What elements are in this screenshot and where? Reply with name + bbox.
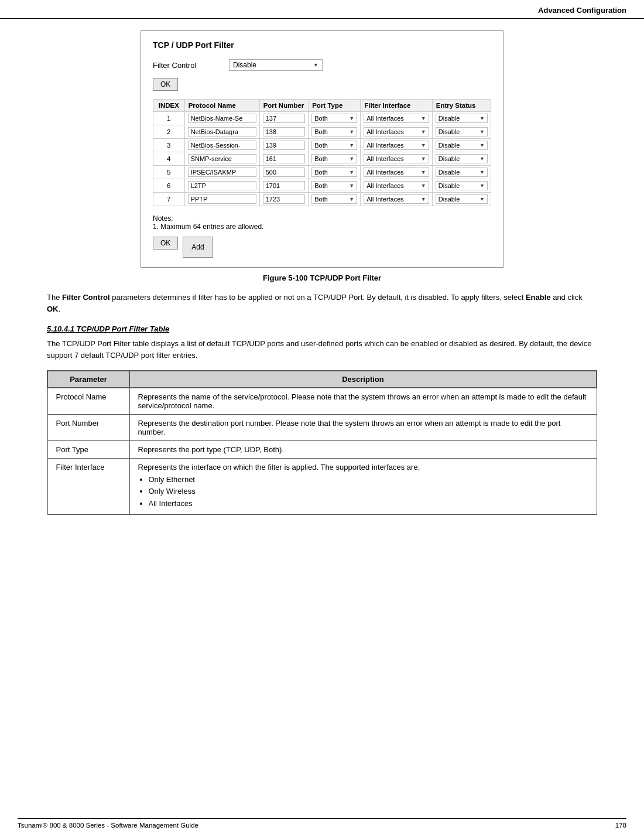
interface-select[interactable]: All Interfaces ▼ [364, 168, 429, 177]
cell-port: 500 [259, 166, 309, 179]
add-button[interactable]: Add [183, 237, 213, 258]
cell-status: Disable ▼ [432, 193, 491, 206]
cell-index: 3 [153, 139, 185, 152]
port-input[interactable]: 137 [263, 114, 306, 123]
cell-type: Both ▼ [309, 152, 361, 166]
cell-interface: All Interfaces ▼ [361, 125, 432, 139]
interface-value: All Interfaces [366, 128, 404, 135]
filter-table-row: 2 NetBios-Datagra 138 Both ▼ All Interfa… [153, 125, 491, 139]
bottom-ok-button[interactable]: OK [153, 237, 178, 250]
filter-control-dropdown-arrow: ▼ [313, 62, 318, 68]
type-select[interactable]: Both ▼ [311, 114, 357, 123]
notes-label: Notes: [153, 214, 173, 223]
page-content: TCP / UDP Port Filter Filter Control Dis… [0, 19, 644, 550]
port-input[interactable]: 139 [263, 141, 306, 150]
status-select[interactable]: Disable ▼ [436, 194, 488, 204]
protocol-input[interactable]: SNMP-service [188, 154, 256, 163]
type-value: Both [314, 196, 328, 203]
protocol-input[interactable]: NetBios-Session- [188, 141, 256, 150]
section-heading: 5.10.4.1 TCP/UDP Port Filter Table [47, 324, 597, 333]
type-select[interactable]: Both ▼ [311, 181, 357, 190]
type-select[interactable]: Both ▼ [311, 141, 357, 150]
type-dropdown-arrow: ▼ [349, 142, 354, 148]
filter-control-label: Filter Control [153, 61, 217, 70]
col-header-port: Port Number [259, 100, 309, 112]
status-select[interactable]: Disable ▼ [436, 114, 488, 123]
port-input[interactable]: 161 [263, 154, 306, 163]
col-header-status: Entry Status [432, 100, 491, 112]
filter-ok-button[interactable]: OK [153, 78, 178, 91]
interface-select[interactable]: All Interfaces ▼ [364, 127, 429, 136]
notes-text: 1. Maximum 64 entries are allowed. [153, 223, 263, 231]
interface-select[interactable]: All Interfaces ▼ [364, 154, 429, 163]
port-input[interactable]: 138 [263, 127, 306, 136]
cell-port: 161 [259, 152, 309, 166]
desc-text: Represents the destination port number. … [138, 419, 561, 436]
param-name: Filter Interface [47, 458, 129, 514]
page-footer: Tsunami® 800 & 8000 Series - Software Ma… [18, 818, 626, 829]
cell-status: Disable ▼ [432, 125, 491, 139]
status-select[interactable]: Disable ▼ [436, 154, 488, 163]
type-select[interactable]: Both ▼ [311, 168, 357, 177]
filter-control-select[interactable]: Disable ▼ [229, 59, 323, 71]
interface-select[interactable]: All Interfaces ▼ [364, 114, 429, 123]
footer-right: 178 [615, 822, 626, 829]
status-select[interactable]: Disable ▼ [436, 168, 488, 177]
enable-bold: Enable [526, 293, 551, 302]
header-title: Advanced Configuration [538, 6, 626, 15]
interface-value: All Interfaces [366, 155, 404, 162]
interface-select[interactable]: All Interfaces ▼ [364, 181, 429, 190]
cell-status: Disable ▼ [432, 152, 491, 166]
desc-col-header: Description [129, 371, 597, 388]
cell-port: 138 [259, 125, 309, 139]
filter-control-value: Disable [233, 61, 256, 69]
col-header-protocol: Protocol Name [184, 100, 259, 112]
cell-port: 1701 [259, 179, 309, 193]
iface-dropdown-arrow: ▼ [421, 156, 426, 162]
status-dropdown-arrow: ▼ [479, 115, 485, 121]
cell-interface: All Interfaces ▼ [361, 166, 432, 179]
desc-text: Represents the port type (TCP, UDP, Both… [138, 445, 285, 454]
interface-select[interactable]: All Interfaces ▼ [364, 194, 429, 204]
param-table-header: Parameter Description [47, 371, 597, 388]
filter-table-row: 1 NetBios-Name-Se 137 Both ▼ All Interfa… [153, 112, 491, 125]
type-select[interactable]: Both ▼ [311, 127, 357, 136]
port-input[interactable]: 500 [263, 168, 306, 177]
interface-value: All Interfaces [366, 115, 404, 122]
protocol-input[interactable]: NetBios-Name-Se [188, 114, 256, 123]
protocol-input[interactable]: IPSEC/ISAKMP [188, 168, 256, 177]
page-header: Advanced Configuration [0, 0, 644, 19]
status-value: Disable [439, 169, 460, 176]
cell-index: 1 [153, 112, 185, 125]
param-table-row: Protocol Name Represents the name of the… [47, 388, 597, 415]
body-rest: parameters determines if filter has to b… [110, 293, 526, 302]
status-select[interactable]: Disable ▼ [436, 127, 488, 136]
status-dropdown-arrow: ▼ [479, 196, 485, 202]
type-select[interactable]: Both ▼ [311, 154, 357, 163]
body-intro: The [47, 293, 62, 302]
type-dropdown-arrow: ▼ [349, 129, 354, 135]
cell-status: Disable ▼ [432, 139, 491, 152]
cell-type: Both ▼ [309, 179, 361, 193]
filter-control-bold: Filter Control [62, 293, 110, 302]
interface-select[interactable]: All Interfaces ▼ [364, 141, 429, 150]
status-select[interactable]: Disable ▼ [436, 181, 488, 190]
filter-table-row: 7 PPTP 1723 Both ▼ All Interfaces ▼ [153, 193, 491, 206]
type-dropdown-arrow: ▼ [349, 196, 354, 202]
cell-type: Both ▼ [309, 112, 361, 125]
interface-value: All Interfaces [366, 182, 404, 189]
cell-status: Disable ▼ [432, 166, 491, 179]
protocol-input[interactable]: PPTP [188, 194, 256, 204]
cell-type: Both ▼ [309, 139, 361, 152]
port-input[interactable]: 1701 [263, 181, 306, 190]
port-input[interactable]: 1723 [263, 194, 306, 204]
status-select[interactable]: Disable ▼ [436, 141, 488, 150]
type-select[interactable]: Both ▼ [311, 194, 357, 204]
iface-dropdown-arrow: ▼ [421, 129, 426, 135]
cell-index: 5 [153, 166, 185, 179]
type-value: Both [314, 115, 328, 122]
protocol-input[interactable]: NetBios-Datagra [188, 127, 256, 136]
cell-port: 1723 [259, 193, 309, 206]
desc-list: Only EthernetOnly WirelessAll Interfaces [149, 474, 588, 510]
protocol-input[interactable]: L2TP [188, 181, 256, 190]
